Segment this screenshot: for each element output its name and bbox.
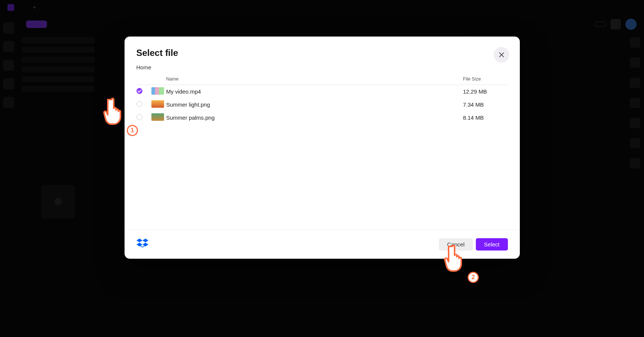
file-table: Name File Size My video.mp4 12.29 MB S (136, 73, 508, 124)
file-size: 12.29 MB (463, 85, 508, 98)
column-name[interactable]: Name (166, 73, 463, 85)
dropbox-icon (136, 239, 148, 251)
close-button[interactable] (494, 47, 509, 63)
close-icon (499, 52, 504, 57)
file-name: Summer light.png (166, 98, 463, 111)
column-size[interactable]: File Size (463, 73, 508, 85)
file-thumbnail (151, 100, 164, 108)
table-row[interactable]: Summer palms.png 8.14 MB (136, 111, 508, 124)
file-thumbnail (151, 113, 164, 121)
file-name: My video.mp4 (166, 85, 463, 98)
row-select-radio[interactable] (136, 101, 142, 107)
modal-title: Select file (136, 48, 508, 58)
row-select-radio[interactable] (136, 88, 142, 94)
table-row[interactable]: My video.mp4 12.29 MB (136, 85, 508, 98)
row-select-radio[interactable] (136, 114, 142, 120)
table-row[interactable]: Summer light.png 7.34 MB (136, 98, 508, 111)
breadcrumb-home[interactable]: Home (136, 64, 151, 70)
file-size: 7.34 MB (463, 98, 508, 111)
modal-backdrop: Select file Home Name File Size (0, 0, 644, 337)
file-thumbnail (151, 87, 164, 95)
cancel-button[interactable]: Cancel (439, 238, 473, 251)
file-name: Summer palms.png (166, 111, 463, 124)
breadcrumb[interactable]: Home (125, 61, 520, 73)
select-button[interactable]: Select (476, 238, 508, 251)
select-file-modal: Select file Home Name File Size (125, 37, 520, 259)
file-size: 8.14 MB (463, 111, 508, 124)
